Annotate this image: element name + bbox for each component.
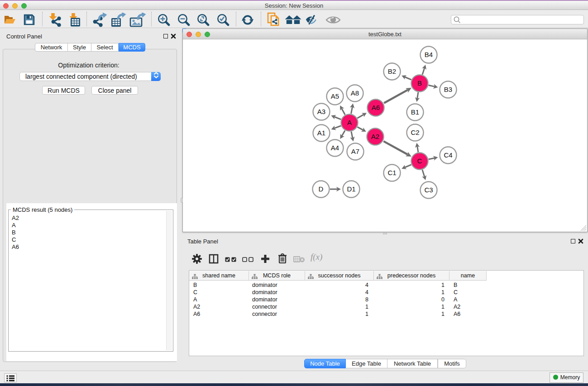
- svg-text:A4: A4: [331, 144, 339, 152]
- svg-text:B1: B1: [411, 108, 419, 116]
- svg-text:A8: A8: [351, 89, 359, 97]
- svg-text:A6: A6: [372, 104, 380, 111]
- svg-text:D1: D1: [347, 185, 355, 193]
- svg-text:A2: A2: [371, 133, 379, 140]
- svg-text:A7: A7: [351, 148, 359, 155]
- svg-text:C3: C3: [424, 186, 433, 194]
- svg-text:C: C: [417, 157, 422, 165]
- svg-text:C2: C2: [411, 129, 419, 136]
- svg-text:B: B: [417, 79, 422, 87]
- svg-text:A1: A1: [317, 129, 325, 137]
- svg-text:A: A: [347, 119, 352, 126]
- svg-text:B3: B3: [444, 86, 452, 93]
- svg-text:A5: A5: [331, 92, 339, 100]
- svg-text:C1: C1: [387, 169, 396, 176]
- svg-text:A3: A3: [317, 108, 325, 115]
- svg-text:B2: B2: [388, 67, 396, 75]
- svg-text:B4: B4: [425, 51, 433, 58]
- svg-text:D: D: [319, 185, 324, 193]
- svg-text:C4: C4: [444, 151, 452, 159]
